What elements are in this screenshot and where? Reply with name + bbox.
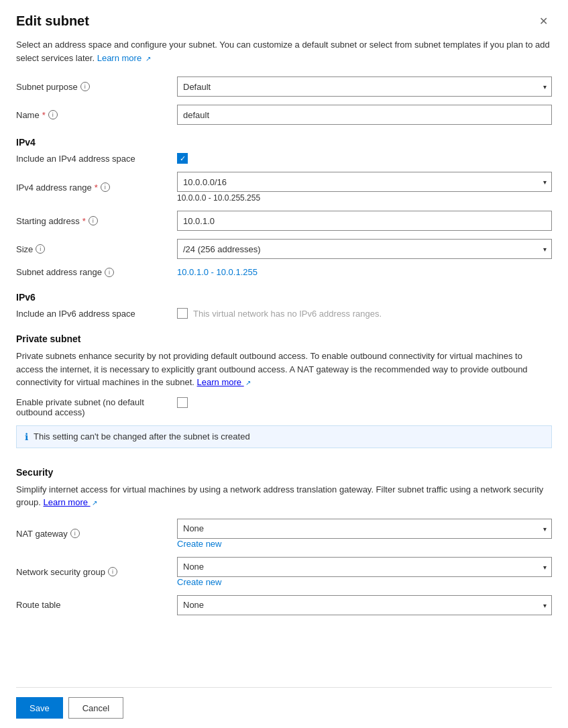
security-section: Security Simplify internet access for vi…	[16, 463, 552, 623]
subnet-address-range-label: Subnet address range i	[16, 267, 177, 277]
include-ipv4-checkbox[interactable]	[177, 153, 188, 164]
subnet-purpose-control: Default Virtual Network Gateway Azure Ba…	[177, 76, 552, 97]
size-control: /24 (256 addresses) /25 (128 addresses) …	[177, 239, 552, 259]
private-subnet-external-link-icon: ↗	[245, 378, 251, 388]
cancel-button[interactable]: Cancel	[68, 697, 123, 719]
include-ipv6-label: Include an IPv6 address space	[16, 309, 177, 319]
size-row: Size i /24 (256 addresses) /25 (128 addr…	[16, 239, 552, 259]
ipv4-address-range-control: 10.0.0.0/16 ▾ 10.0.0.0 - 10.0.255.255	[177, 172, 552, 203]
private-subnet-learn-more-link[interactable]: Learn more ↗	[197, 377, 251, 387]
nat-gateway-info-icon[interactable]: i	[70, 529, 80, 538]
include-ipv6-checkbox-wrapper: This virtual network has no IPv6 address…	[177, 308, 552, 319]
route-table-select[interactable]: None	[177, 595, 552, 615]
spacer	[16, 456, 552, 463]
subnet-purpose-row: Subnet purpose i Default Virtual Network…	[16, 76, 552, 97]
starting-address-row: Starting address * i	[16, 211, 552, 231]
enable-private-subnet-checkbox-wrapper	[177, 397, 552, 408]
nat-gateway-create-new: Create new	[177, 539, 552, 549]
size-info-icon[interactable]: i	[36, 244, 45, 254]
name-required-indicator: *	[42, 110, 46, 120]
name-input[interactable]	[177, 105, 552, 125]
enable-private-subnet-row: Enable private subnet (no default outbou…	[16, 397, 552, 417]
subnet-address-range-row: Subnet address range i 10.0.1.0 - 10.0.1…	[16, 267, 552, 277]
ipv4-range-select[interactable]: 10.0.0.0/16	[177, 172, 552, 192]
info-box-icon: ℹ	[25, 431, 28, 442]
ipv4-range-required: *	[95, 183, 98, 193]
subnet-purpose-label: Subnet purpose i	[16, 82, 177, 92]
starting-address-required: *	[82, 216, 86, 226]
name-info-icon[interactable]: i	[48, 110, 58, 119]
enable-private-subnet-checkbox[interactable]	[177, 397, 188, 408]
ipv6-disabled-text: This virtual network has no IPv6 address…	[193, 309, 382, 319]
subnet-purpose-select-wrapper: Default Virtual Network Gateway Azure Ba…	[177, 76, 552, 97]
edit-subnet-panel: Edit subnet ✕ Select an address space an…	[0, 0, 568, 728]
intro-learn-more-link[interactable]: Learn more ↗	[97, 53, 151, 63]
route-table-label: Route table	[16, 600, 177, 610]
nsg-row: Network security group i None ▾ Create n…	[16, 557, 552, 587]
subnet-purpose-info-icon[interactable]: i	[80, 82, 90, 91]
ipv4-section: IPv4 Include an IPv4 address space IPv4 …	[16, 133, 552, 285]
info-box-text: This setting can't be changed after the …	[34, 431, 250, 441]
subnet-range-info-icon[interactable]: i	[105, 268, 114, 277]
include-ipv4-row: Include an IPv4 address space	[16, 153, 552, 164]
intro-text: Select an address space and configure yo…	[16, 38, 552, 64]
nat-gateway-select[interactable]: None	[177, 519, 552, 539]
ipv4-address-range-row: IPv4 address range * i 10.0.0.0/16 ▾ 10.…	[16, 172, 552, 203]
enable-private-subnet-control	[177, 397, 552, 408]
panel-title: Edit subnet	[16, 13, 89, 29]
security-heading: Security	[16, 467, 552, 478]
nsg-select-wrapper: None ▾	[177, 557, 552, 577]
panel-footer: Save Cancel	[16, 687, 552, 728]
private-subnet-description: Private subnets enhance security by not …	[16, 350, 552, 389]
route-table-select-wrapper: None ▾	[177, 595, 552, 615]
size-label: Size i	[16, 244, 177, 254]
starting-address-info-icon[interactable]: i	[89, 216, 98, 225]
private-subnet-info-box: ℹ This setting can't be changed after th…	[16, 425, 552, 448]
ipv6-heading: IPv6	[16, 292, 552, 303]
close-button[interactable]: ✕	[535, 13, 552, 29]
include-ipv6-checkbox[interactable]	[177, 308, 188, 319]
starting-address-label: Starting address * i	[16, 216, 177, 226]
starting-address-input[interactable]	[177, 211, 552, 231]
enable-private-subnet-label: Enable private subnet (no default outbou…	[16, 397, 177, 417]
private-subnet-section: Private subnet Private subnets enhance s…	[16, 329, 552, 454]
nat-gateway-select-wrapper: None ▾	[177, 519, 552, 539]
nsg-label: Network security group i	[16, 567, 177, 577]
size-select-wrapper: /24 (256 addresses) /25 (128 addresses) …	[177, 239, 552, 259]
nat-gateway-label: NAT gateway i	[16, 529, 177, 539]
ipv4-range-select-wrapper: 10.0.0.0/16 ▾	[177, 172, 552, 192]
subnet-purpose-select[interactable]: Default Virtual Network Gateway Azure Ba…	[177, 76, 552, 97]
nat-gateway-control: None ▾ Create new	[177, 519, 552, 549]
route-table-control: None ▾	[177, 595, 552, 615]
private-subnet-heading: Private subnet	[16, 333, 552, 344]
include-ipv6-control: This virtual network has no IPv6 address…	[177, 308, 552, 319]
nsg-create-new: Create new	[177, 577, 552, 587]
include-ipv6-row: Include an IPv6 address space This virtu…	[16, 308, 552, 319]
ipv6-section: IPv6 Include an IPv6 address space This …	[16, 288, 552, 327]
nat-gateway-row: NAT gateway i None ▾ Create new	[16, 519, 552, 549]
ipv4-heading: IPv4	[16, 137, 552, 148]
security-learn-more-link[interactable]: Learn more ↗	[44, 497, 97, 507]
include-ipv4-control	[177, 153, 552, 164]
subnet-address-range-value: 10.0.1.0 - 10.0.1.255	[177, 267, 552, 277]
size-select[interactable]: /24 (256 addresses) /25 (128 addresses) …	[177, 239, 552, 259]
nat-gateway-create-new-link[interactable]: Create new	[177, 539, 221, 549]
starting-address-control	[177, 211, 552, 231]
panel-header: Edit subnet ✕	[16, 13, 552, 29]
nsg-info-icon[interactable]: i	[108, 567, 117, 576]
include-ipv4-label: Include an IPv4 address space	[16, 154, 177, 164]
save-button[interactable]: Save	[16, 697, 63, 719]
nsg-control: None ▾ Create new	[177, 557, 552, 587]
ipv4-range-sub-text: 10.0.0.0 - 10.0.255.255	[177, 193, 552, 203]
intro-description: Select an address space and configure yo…	[16, 40, 550, 63]
security-description: Simplify internet access for virtual mac…	[16, 483, 552, 509]
name-control	[177, 105, 552, 125]
ipv4-address-range-label: IPv4 address range * i	[16, 183, 177, 193]
security-external-link-icon: ↗	[92, 498, 97, 508]
nsg-select[interactable]: None	[177, 557, 552, 577]
include-ipv4-checkbox-wrapper	[177, 153, 552, 164]
ipv4-range-info-icon[interactable]: i	[101, 183, 110, 192]
nsg-create-new-link[interactable]: Create new	[177, 577, 221, 587]
ipv4-range-wrapper: 10.0.0.0/16 ▾ 10.0.0.0 - 10.0.255.255	[177, 172, 552, 203]
external-link-icon: ↗	[146, 54, 151, 64]
